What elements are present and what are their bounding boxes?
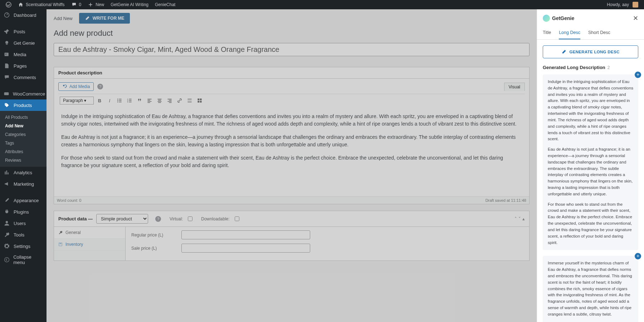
sidebar-item-woocommerce[interactable]: WooCommerce [0, 88, 47, 99]
help-icon[interactable]: ? [97, 84, 103, 89]
product-type-select[interactable]: Simple product [96, 214, 148, 224]
caret-icon[interactable]: ▴ [522, 216, 525, 221]
new-link[interactable]: New [85, 0, 107, 9]
sidebar-item-label: Comments [14, 75, 36, 80]
svg-rect-17 [129, 99, 132, 99]
svg-point-6 [6, 104, 6, 105]
sidebar-item-label: WooCommerce [13, 91, 45, 97]
comments-link[interactable]: 0 [68, 0, 84, 9]
sidebar-item-comments[interactable]: Comments [0, 72, 47, 83]
media-icon [4, 51, 10, 58]
link-button[interactable] [175, 96, 184, 105]
howdy-link[interactable]: Howdy, aay [604, 0, 641, 9]
editor-content[interactable]: Indulge in the intriguing sophistication… [58, 107, 525, 193]
sub-all-products[interactable]: All Products [0, 113, 47, 122]
svg-point-8 [4, 258, 9, 262]
sidebar-item-label: Products [14, 103, 32, 108]
comment-icon [4, 74, 10, 80]
page-title: Add new product [54, 29, 530, 38]
site-name: Scentsational Whiffs [26, 0, 65, 9]
sidebar-item-pages[interactable]: Pages [0, 60, 47, 72]
tab-general[interactable]: General [54, 227, 125, 239]
sidebar-item-products[interactable]: Products [0, 99, 47, 111]
tab-title[interactable]: Title [543, 27, 551, 39]
align-center-button[interactable] [155, 96, 164, 105]
number-list-button[interactable]: 123 [125, 96, 134, 105]
sidebar-item-users[interactable]: Users [0, 218, 47, 229]
align-right-button[interactable] [165, 96, 174, 105]
word-count: Word count: 0 [57, 198, 81, 203]
sidebar-item-label: Posts [14, 29, 25, 34]
sidebar-item-marketing[interactable]: Marketing [0, 178, 47, 190]
visual-tab[interactable]: Visual [504, 83, 525, 91]
sidebar-item-label: Dashboard [14, 13, 36, 18]
sidebar-item-tools[interactable]: Tools [0, 229, 47, 240]
help-icon[interactable]: ? [155, 216, 161, 222]
pencil-icon [85, 16, 90, 21]
generated-text: For those who seek to stand out from the… [548, 201, 633, 246]
regular-price-input[interactable] [181, 230, 310, 239]
generated-card[interactable]: + Indulge in the intriguing sophisticati… [543, 74, 638, 250]
sidebar-item-genie[interactable]: Get Genie [0, 37, 47, 49]
svg-rect-41 [59, 243, 62, 246]
panel-header: Product description [54, 67, 529, 79]
chevron-down-icon[interactable]: ˅ [518, 216, 521, 221]
insert-plus-icon[interactable]: + [635, 72, 641, 78]
add-media-button[interactable]: Add Media [58, 82, 94, 91]
svg-point-2 [5, 41, 8, 44]
sidebar-item-analytics[interactable]: Analytics [0, 167, 47, 178]
svg-rect-15 [119, 102, 122, 102]
svg-point-9 [63, 85, 64, 86]
genie-chat-link[interactable]: GenieChat [152, 0, 178, 9]
sub-categories[interactable]: Categories [0, 130, 47, 139]
genie-writing-link[interactable]: GetGenie AI Writing [108, 0, 151, 9]
downloadable-checkbox[interactable] [235, 216, 239, 221]
sidebar-item-plugins[interactable]: Plugins [0, 206, 47, 218]
sidebar-item-media[interactable]: Media [0, 49, 47, 60]
virtual-label: Virtual: [170, 216, 183, 221]
virtual-checkbox[interactable] [188, 216, 192, 221]
write-for-me-button[interactable]: WRITE FOR ME [79, 13, 130, 24]
tab-short-desc[interactable]: Short Desc [588, 27, 610, 39]
tab-inventory[interactable]: Inventory [54, 239, 125, 250]
italic-button[interactable]: I [105, 96, 114, 105]
quote-button[interactable] [135, 96, 144, 105]
svg-rect-37 [198, 98, 200, 100]
sidebar-item-appearance[interactable]: Appearance [0, 195, 47, 206]
toolbar-toggle-button[interactable] [195, 96, 204, 105]
plus-icon [88, 2, 93, 8]
sidebar-item-settings[interactable]: Settings [0, 240, 47, 252]
bold-button[interactable]: B [95, 96, 104, 105]
sub-attributes[interactable]: Attributes [0, 147, 47, 156]
insert-plus-icon[interactable]: + [635, 253, 641, 259]
sidebar-item-collapse[interactable]: Collapse menu [0, 252, 47, 268]
wp-admin-bar: Scentsational Whiffs 0 New GetGenie AI W… [0, 0, 644, 9]
site-link[interactable]: Scentsational Whiffs [15, 0, 68, 9]
paragraph-select[interactable]: Paragraph ▾ [60, 97, 94, 104]
sidebar-item-dashboard[interactable]: Dashboard [0, 9, 47, 21]
tool-icon [4, 231, 10, 238]
sub-tags[interactable]: Tags [0, 139, 47, 147]
sale-price-input[interactable] [181, 244, 310, 253]
sidebar-item-label: Collapse menu [13, 254, 43, 265]
plugin-icon [4, 209, 10, 215]
align-left-button[interactable] [145, 96, 154, 105]
regular-price-label: Regular price (L) [131, 233, 174, 238]
sub-reviews[interactable]: Reviews [0, 156, 47, 165]
generate-long-desc-button[interactable]: GENERATE LONG DESC [543, 45, 638, 58]
sub-add-new[interactable]: Add New [0, 122, 47, 130]
tab-long-desc[interactable]: Long Desc [559, 27, 580, 39]
bullet-list-button[interactable] [115, 96, 124, 105]
chevron-up-icon[interactable]: ˄ [514, 216, 517, 221]
product-title-input[interactable] [54, 43, 530, 56]
generated-card[interactable]: + Immerse yourself in the mysterious cha… [543, 256, 638, 322]
svg-point-10 [117, 99, 118, 99]
write-for-me-label: WRITE FOR ME [93, 16, 125, 21]
svg-rect-13 [119, 100, 122, 101]
wp-logo[interactable] [3, 0, 14, 9]
admin-sidebar: Dashboard Posts Get Genie Media Pages Co… [0, 9, 47, 322]
sidebar-item-posts[interactable]: Posts [0, 26, 47, 37]
close-icon[interactable]: ✕ [633, 14, 638, 22]
insert-more-button[interactable] [185, 96, 194, 105]
page-icon [4, 63, 10, 69]
